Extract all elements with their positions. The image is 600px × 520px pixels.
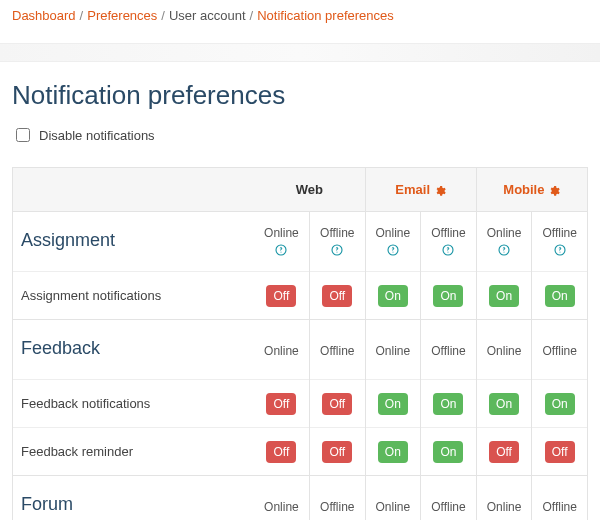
header-corner — [13, 168, 254, 212]
subheader-label: Offline — [542, 226, 576, 240]
subheader-offline: Offline — [532, 212, 588, 272]
disable-notifications-checkbox[interactable] — [16, 128, 30, 142]
section-title: Forum — [13, 476, 254, 521]
channel-header-web: Web — [254, 168, 365, 212]
toggle-button[interactable]: On — [489, 393, 519, 415]
toggle-cell: On — [365, 428, 421, 476]
subheader-online: Online — [254, 320, 310, 380]
subheader-online: Online — [476, 320, 532, 380]
subheader-label: Offline — [320, 344, 354, 358]
toggle-button[interactable]: On — [378, 441, 408, 463]
disable-notifications-row[interactable]: Disable notifications — [12, 125, 588, 145]
toggle-cell: On — [421, 428, 477, 476]
subheader-label: Online — [487, 500, 522, 514]
subheader-online: Online — [254, 476, 310, 521]
subheader-online: Online — [254, 212, 310, 272]
item-name: Assignment notifications — [13, 272, 254, 320]
toggle-cell: Off — [254, 380, 310, 428]
toggle-cell: On — [476, 272, 532, 320]
subheader-label: Offline — [431, 344, 465, 358]
subheader-offline: Offline — [309, 476, 365, 521]
subheader-online: Online — [365, 476, 421, 521]
breadcrumb-separator: / — [76, 8, 88, 23]
help-icon[interactable] — [477, 244, 532, 259]
subheader-label: Offline — [431, 226, 465, 240]
toggle-cell: Off — [476, 428, 532, 476]
toggle-button[interactable]: Off — [322, 441, 352, 463]
toggle-button[interactable]: Off — [266, 393, 296, 415]
subheader-offline: Offline — [421, 212, 477, 272]
toggle-button[interactable]: Off — [322, 393, 352, 415]
gear-icon[interactable] — [434, 182, 446, 197]
toggle-cell: On — [532, 380, 588, 428]
subheader-offline: Offline — [421, 320, 477, 380]
breadcrumb-separator: / — [246, 8, 258, 23]
channel-header-row: WebEmailMobile — [13, 168, 588, 212]
toggle-cell: Off — [532, 428, 588, 476]
toggle-cell: On — [365, 380, 421, 428]
gear-icon[interactable] — [548, 182, 560, 197]
page-title: Notification preferences — [12, 80, 588, 111]
toggle-button[interactable]: On — [433, 285, 463, 307]
subheader-label: Online — [264, 226, 299, 240]
breadcrumb-item: User account — [169, 8, 246, 23]
toggle-cell: On — [532, 272, 588, 320]
toggle-cell: On — [421, 272, 477, 320]
item-name: Feedback notifications — [13, 380, 254, 428]
channel-label: Mobile — [503, 182, 544, 197]
channel-header-mobile: Mobile — [476, 168, 587, 212]
subheader-label: Offline — [542, 344, 576, 358]
help-icon[interactable] — [421, 244, 476, 259]
toggle-button[interactable]: On — [378, 285, 408, 307]
toggle-cell: On — [365, 272, 421, 320]
toggle-button[interactable]: On — [545, 393, 575, 415]
channel-label: Email — [395, 182, 430, 197]
toggle-button[interactable]: On — [433, 441, 463, 463]
toggle-button[interactable]: Off — [322, 285, 352, 307]
channel-label: Web — [296, 182, 323, 197]
toggle-button[interactable]: On — [433, 393, 463, 415]
header-band — [0, 44, 600, 62]
subheader-label: Offline — [320, 500, 354, 514]
toggle-button[interactable]: On — [545, 285, 575, 307]
subheader-online: Online — [365, 320, 421, 380]
help-icon[interactable] — [254, 244, 309, 259]
breadcrumb-item[interactable]: Dashboard — [12, 8, 76, 23]
section-title: Feedback — [13, 320, 254, 380]
toggle-cell: Off — [254, 428, 310, 476]
subheader-label: Offline — [542, 500, 576, 514]
disable-notifications-label: Disable notifications — [39, 128, 155, 143]
toggle-cell: On — [421, 380, 477, 428]
breadcrumb-item[interactable]: Preferences — [87, 8, 157, 23]
help-icon[interactable] — [310, 244, 365, 259]
toggle-button[interactable]: On — [378, 393, 408, 415]
preferences-body: AssignmentOnlineOfflineOnlineOfflineOnli… — [13, 212, 588, 521]
subheader-online: Online — [365, 212, 421, 272]
toggle-cell: On — [476, 380, 532, 428]
subheader-label: Online — [376, 226, 411, 240]
toggle-button[interactable]: Off — [266, 285, 296, 307]
toggle-button[interactable]: Off — [545, 441, 575, 463]
subheader-offline: Offline — [532, 320, 588, 380]
toggle-button[interactable]: Off — [489, 441, 519, 463]
subheader-label: Online — [487, 226, 522, 240]
toggle-button[interactable]: Off — [266, 441, 296, 463]
subheader-offline: Offline — [309, 212, 365, 272]
subheader-label: Online — [376, 500, 411, 514]
subheader-label: Online — [376, 344, 411, 358]
subheader-label: Online — [264, 500, 299, 514]
breadcrumb-item[interactable]: Notification preferences — [257, 8, 394, 23]
toggle-button[interactable]: On — [489, 285, 519, 307]
subheader-offline: Offline — [421, 476, 477, 521]
toggle-cell: Off — [309, 428, 365, 476]
subheader-online: Online — [476, 476, 532, 521]
subheader-label: Offline — [320, 226, 354, 240]
toggle-cell: Off — [254, 272, 310, 320]
help-icon[interactable] — [366, 244, 421, 259]
breadcrumb: Dashboard/Preferences/User account/Notif… — [0, 0, 600, 44]
preferences-table: WebEmailMobile AssignmentOnlineOfflineOn… — [12, 167, 588, 520]
subheader-label: Offline — [431, 500, 465, 514]
item-name: Feedback reminder — [13, 428, 254, 476]
toggle-cell: Off — [309, 380, 365, 428]
help-icon[interactable] — [532, 244, 587, 259]
